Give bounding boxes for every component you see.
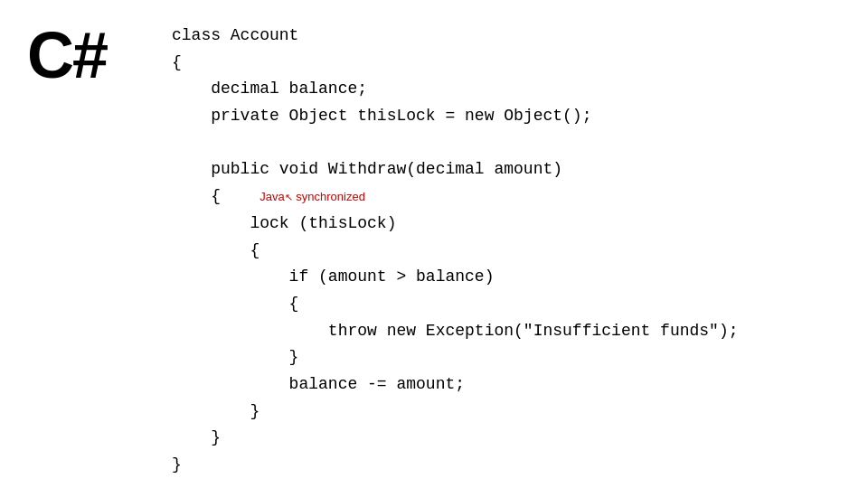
- code-line-6: public void Withdraw(decimal amount): [172, 156, 841, 183]
- code-line-4: private Object thisLock = new Object();: [172, 103, 841, 130]
- code-line-10: if (amount > balance): [172, 264, 841, 291]
- code-line-9: {: [172, 238, 841, 265]
- code-line-13: }: [172, 344, 841, 371]
- code-line-11: {: [172, 291, 841, 318]
- code-line-2: {: [172, 50, 841, 77]
- code-line-16: }: [172, 425, 841, 452]
- code-line-5: [172, 130, 841, 157]
- code-line-15: }: [172, 399, 841, 426]
- code-section: class Account { decimal balance; private…: [172, 18, 841, 479]
- code-line-8: lock (thisLock): [172, 211, 841, 238]
- code-line-7: { Java↖ synchronized: [172, 183, 841, 211]
- code-line-1: class Account: [172, 23, 841, 50]
- code-line-3: decimal balance;: [172, 76, 841, 103]
- csharp-logo: C#: [27, 23, 172, 88]
- code-line-17: }: [172, 452, 841, 479]
- code-line-12: throw new Exception("Insufficient funds"…: [172, 318, 841, 345]
- main-container: C# class Account { decimal balance; priv…: [0, 0, 868, 488]
- logo-section: C#: [27, 18, 172, 88]
- java-annotation: Java↖ synchronized: [259, 190, 365, 203]
- code-line-14: balance -= amount;: [172, 371, 841, 399]
